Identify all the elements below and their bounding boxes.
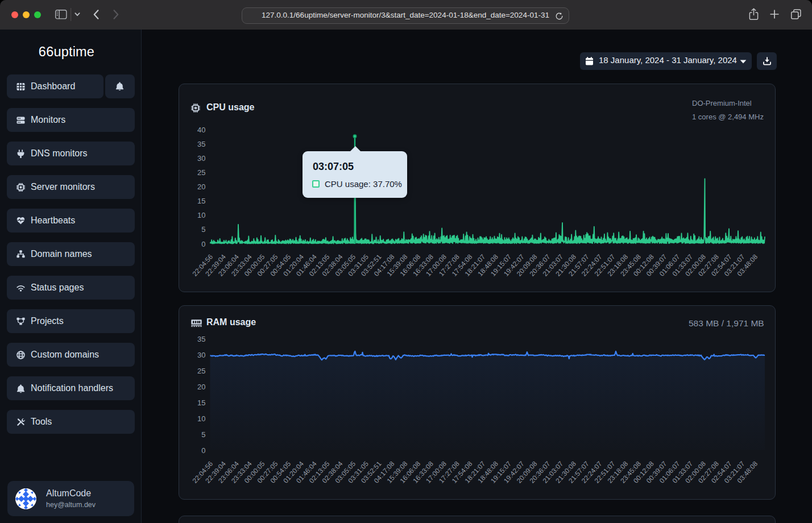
svg-text:35: 35 [197,335,205,343]
svg-text:20: 20 [197,182,205,191]
svg-text:20: 20 [197,383,205,391]
svg-text:0: 0 [201,240,205,248]
svg-text:10: 10 [197,414,205,423]
svg-text:30: 30 [197,154,205,163]
svg-text:15: 15 [197,197,205,205]
svg-text:25: 25 [197,168,205,177]
svg-text:25: 25 [197,367,205,375]
svg-text:40: 40 [197,126,205,134]
svg-text:5: 5 [201,225,205,234]
svg-text:10: 10 [197,211,205,219]
svg-text:30: 30 [197,351,205,359]
svg-text:0: 0 [201,446,205,455]
svg-text:15: 15 [197,399,205,407]
svg-text:35: 35 [197,140,205,148]
svg-text:5: 5 [201,430,205,439]
